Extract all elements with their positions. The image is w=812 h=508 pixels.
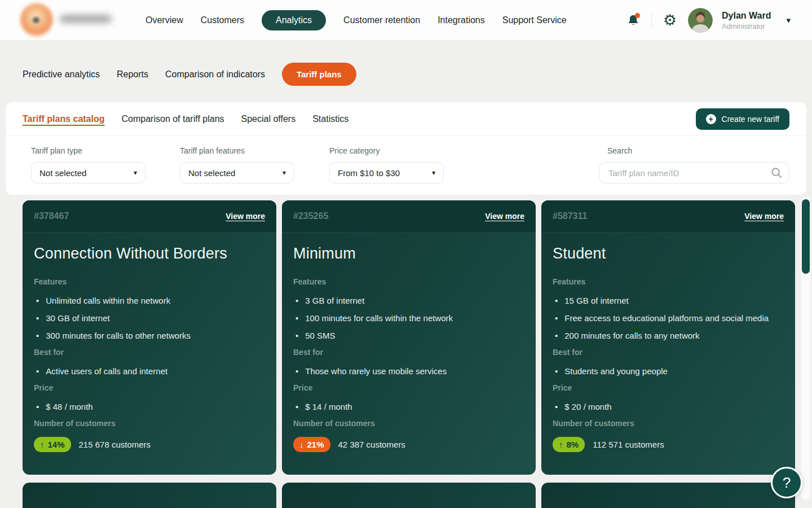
customers-row: ↑ 14% 215 678 customers: [34, 437, 265, 452]
tab-comparison-of-tariff-plans[interactable]: Comparison of tariff plans: [122, 114, 224, 124]
feature-item: Free access to educational platforms and…: [553, 313, 784, 323]
subnav-item-predictive-analytics[interactable]: Predictive analytics: [23, 69, 100, 80]
tariff-card-partial: [23, 483, 276, 508]
gear-icon: ⚙: [663, 13, 677, 28]
subnav-item-reports[interactable]: Reports: [117, 69, 148, 80]
subnav-item-comparison-of-indicators[interactable]: Comparison of indicators: [165, 69, 265, 80]
notifications-button[interactable]: [626, 13, 641, 28]
card-body: Connection Without Borders Features Unli…: [23, 233, 276, 452]
tariff-plan-type-select[interactable]: Not selected ▾: [31, 162, 145, 183]
arrow-up-icon: ↑: [40, 440, 45, 449]
customers-count: 42 387 customers: [338, 440, 405, 449]
select-value: Not selected: [39, 168, 86, 178]
analytics-subnav: Predictive analytics Reports Comparison …: [23, 62, 356, 86]
filter-label: Tariff plan features: [180, 146, 294, 155]
tariff-plan-features-select[interactable]: Not selected ▾: [180, 162, 294, 183]
nav-item-overview[interactable]: Overview: [145, 15, 183, 25]
nav-item-integrations[interactable]: Integrations: [438, 15, 485, 25]
catalog-tabs: Tariff plans catalog Comparison of tarif…: [23, 102, 348, 135]
top-nav-bar: Overview Customers Analytics Customer re…: [0, 0, 812, 41]
chevron-down-icon: ▾: [432, 169, 435, 177]
panel-divider: [6, 135, 806, 136]
feature-item: 50 SMS: [293, 330, 524, 341]
trend-value: 8%: [567, 440, 579, 449]
tariff-title: Student: [553, 245, 784, 262]
nav-item-customers[interactable]: Customers: [201, 15, 244, 25]
user-name: Dylan Ward: [722, 11, 771, 21]
feature-item: 100 minutes for calls within the network: [293, 313, 524, 323]
best-for-list: Active users of calls and internet: [34, 366, 265, 376]
customers-label: Number of customers: [553, 419, 784, 428]
filter-label: Tariff plan type: [31, 146, 145, 155]
trend-badge-up: ↑ 14%: [34, 437, 71, 452]
price-label: Price: [293, 383, 524, 392]
settings-button[interactable]: ⚙: [663, 13, 677, 28]
customers-row: ↑ 8% 112 571 customers: [553, 437, 784, 452]
view-more-link[interactable]: View more: [226, 212, 265, 221]
chevron-down-icon: ▾: [134, 169, 137, 177]
price-label: Price: [34, 383, 265, 392]
nav-item-analytics[interactable]: Analytics: [262, 10, 326, 30]
best-for-label: Best for: [553, 348, 784, 357]
tariff-card-587311: #587311 View more Student Features 15 GB…: [541, 200, 795, 475]
arrow-up-icon: ↑: [559, 440, 563, 449]
filter-label: Price category: [329, 146, 444, 155]
tab-special-offers[interactable]: Special offers: [241, 114, 296, 124]
scrollbar-thumb[interactable]: [802, 199, 810, 274]
price-category-select[interactable]: From $10 to $30 ▾: [329, 162, 444, 183]
tariff-catalog-panel: Tariff plans catalog Comparison of tarif…: [6, 102, 806, 195]
help-button[interactable]: ?: [771, 467, 802, 498]
create-new-tariff-button[interactable]: + Create new tariff: [696, 108, 789, 130]
nav-item-customer-retention[interactable]: Customer retention: [343, 15, 420, 25]
card-header: #235265 View more: [282, 200, 536, 233]
feature-item: 300 minutes for calls to other networks: [34, 330, 265, 341]
plus-icon: +: [706, 114, 716, 124]
question-mark-icon: ?: [783, 474, 791, 492]
tariff-title: Connection Without Borders: [34, 245, 265, 262]
brand-logo-dot: [33, 17, 39, 23]
trend-value: 14%: [48, 440, 65, 449]
search-input[interactable]: [599, 162, 789, 183]
view-more-link[interactable]: View more: [744, 212, 784, 221]
header-actions: ⚙ Dylan Ward Administrator ▾: [626, 0, 791, 41]
customers-count: 112 571 customers: [593, 440, 664, 449]
arrow-down-icon: ↓: [299, 440, 304, 449]
search-label: Search: [599, 146, 789, 155]
price-label: Price: [553, 383, 784, 392]
trend-badge-down: ↓ 21%: [293, 437, 330, 452]
avatar[interactable]: [688, 8, 713, 33]
tariff-card-partial: [282, 483, 536, 508]
notification-badge: [635, 13, 640, 18]
price-item: $ 48 / month: [34, 401, 265, 412]
create-new-tariff-label: Create new tariff: [722, 115, 779, 124]
chevron-down-icon[interactable]: ▾: [786, 15, 791, 25]
feature-item: Unlimited calls within the network: [34, 295, 265, 306]
user-menu[interactable]: Dylan Ward Administrator: [722, 11, 771, 30]
filter-tariff-plan-type: Tariff plan type Not selected ▾: [31, 146, 145, 183]
customers-label: Number of customers: [34, 419, 265, 428]
tariff-card-378467: #378467 View more Connection Without Bor…: [23, 200, 276, 475]
card-body: Minimum Features 3 GB of internet 100 mi…: [282, 233, 536, 452]
features-label: Features: [553, 277, 784, 286]
view-more-link[interactable]: View more: [485, 212, 524, 221]
features-list: 15 GB of internet Free access to educati…: [553, 295, 784, 341]
search-icon: [771, 167, 782, 178]
feature-item: 200 minutes for calls to any network: [553, 330, 784, 341]
feature-item: 15 GB of internet: [553, 295, 784, 306]
feature-item: 3 GB of internet: [293, 295, 524, 306]
price-list: $ 48 / month: [34, 401, 265, 412]
filter-tariff-plan-features: Tariff plan features Not selected ▾: [180, 146, 294, 183]
subnav-item-tariff-plans[interactable]: Tariff plans: [282, 63, 356, 86]
price-list: $ 20 / month: [553, 401, 784, 412]
customers-label: Number of customers: [293, 419, 524, 428]
tab-statistics[interactable]: Statistics: [312, 114, 348, 124]
best-for-item: Active users of calls and internet: [34, 366, 265, 376]
best-for-label: Best for: [293, 348, 524, 357]
best-for-list: Students and young people: [553, 366, 784, 376]
nav-item-support-service[interactable]: Support Service: [502, 15, 567, 25]
tariff-id: #235265: [293, 211, 328, 221]
tariff-id: #378467: [34, 211, 69, 221]
features-label: Features: [34, 277, 265, 286]
features-label: Features: [293, 277, 524, 286]
tab-tariff-plans-catalog[interactable]: Tariff plans catalog: [23, 114, 105, 124]
